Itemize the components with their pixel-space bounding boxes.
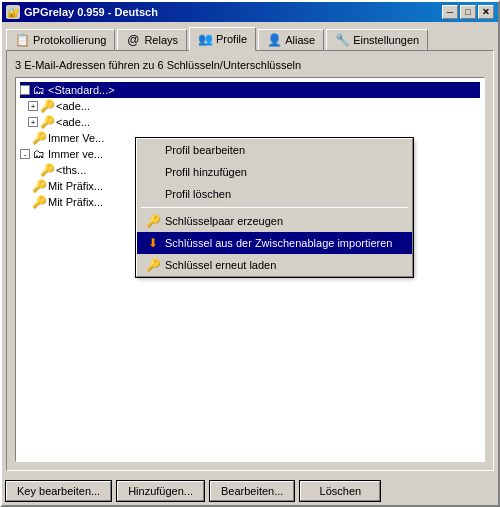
tab-protokollierung[interactable]: 📋 Protokollierung [6, 29, 115, 51]
tree-label-5: <ths... [56, 164, 86, 176]
menu-label-profil-hinzufuegen: Profil hinzufügen [165, 166, 247, 178]
menu-schluesselpaar-erzeugen[interactable]: 🔑 Schlüsselpaar erzeugen [137, 210, 412, 232]
menu-icon-5: 🔑 [145, 257, 161, 273]
menu-profil-bearbeiten[interactable]: Profil bearbeiten [137, 139, 412, 161]
tree-key-icon-6: 🔑 [32, 179, 46, 193]
tree-label-2: <ade... [56, 116, 90, 128]
tab-protokollierung-label: Protokollierung [33, 34, 106, 46]
menu-label-schluesselpaar-erzeugen: Schlüsselpaar erzeugen [165, 215, 283, 227]
bearbeiten-button[interactable]: Bearbeiten... [210, 481, 294, 501]
menu-label-schluessel-importieren: Schlüssel aus der Zwischenablage importi… [165, 237, 392, 249]
app-icon: 🔐 [6, 5, 20, 19]
menu-label-schluessel-reload: Schlüssel erneut laden [165, 259, 276, 271]
tree-row-standard[interactable]: - 🗂 <Standard...> [20, 82, 480, 98]
menu-icon-3: 🔑 [145, 213, 161, 229]
tree-key-icon-3: 🔑 [32, 131, 46, 145]
menu-label-profil-loeschen: Profil löschen [165, 188, 231, 200]
menu-icon-4: ⬇ [145, 235, 161, 251]
menu-icon-0 [145, 142, 161, 158]
tree-label-3: Immer Ve... [48, 132, 104, 144]
tab-einstellungen[interactable]: 🔧 Einstellungen [326, 29, 428, 51]
tree-label-4: Immer ve... [48, 148, 103, 160]
minimize-button[interactable]: ─ [442, 5, 458, 19]
tree-expand-2[interactable]: + [28, 117, 38, 127]
tree-label-1: <ade... [56, 100, 90, 112]
tab-bar: 📋 Protokollierung @ Relays 👥 Profile 👤 A… [2, 22, 498, 50]
menu-schluessel-importieren[interactable]: ⬇ Schlüssel aus der Zwischenablage impor… [137, 232, 412, 254]
context-menu: Profil bearbeiten Profil hinzufügen Prof… [136, 138, 413, 277]
tab-einstellungen-label: Einstellungen [353, 34, 419, 46]
tree-row-ade1[interactable]: + 🔑 <ade... [28, 98, 480, 114]
key-bearbeiten-button[interactable]: Key bearbeiten... [6, 481, 111, 501]
menu-separator-1 [141, 207, 408, 208]
tab-relays[interactable]: @ Relays [117, 29, 187, 51]
title-bar: 🔐 GPGrelay 0.959 - Deutsch ─ □ ✕ [2, 2, 498, 22]
menu-icon-1 [145, 164, 161, 180]
title-bar-content: 🔐 GPGrelay 0.959 - Deutsch [6, 5, 158, 19]
tab-relays-label: Relays [144, 34, 178, 46]
aliase-icon: 👤 [267, 33, 281, 47]
tree-expand-0[interactable]: - [20, 85, 30, 95]
menu-icon-2 [145, 186, 161, 202]
window-title: GPGrelay 0.959 - Deutsch [24, 6, 158, 18]
tree-row-ade2[interactable]: + 🔑 <ade... [28, 114, 480, 130]
tree-key-icon-5: 🔑 [40, 163, 54, 177]
maximize-button[interactable]: □ [460, 5, 476, 19]
tree-key-icon-2: 🔑 [40, 115, 54, 129]
content-area: 3 E-Mail-Adressen führen zu 6 Schlüsseln… [6, 50, 494, 471]
relays-icon: @ [126, 33, 140, 47]
menu-profil-loeschen[interactable]: Profil löschen [137, 183, 412, 205]
hinzufuegen-button[interactable]: Hinzufügen... [117, 481, 204, 501]
tree-folder-icon-0: 🗂 [32, 83, 46, 97]
main-window: 🔐 GPGrelay 0.959 - Deutsch ─ □ ✕ 📋 Proto… [0, 0, 500, 507]
tab-profile[interactable]: 👥 Profile [189, 27, 256, 51]
loeschen-button[interactable]: Löschen [300, 481, 380, 501]
content-description: 3 E-Mail-Adressen führen zu 6 Schlüsseln… [15, 59, 485, 71]
tree-view[interactable]: - 🗂 <Standard...> + 🔑 <ade... + 🔑 <ade..… [15, 77, 485, 462]
tab-profile-label: Profile [216, 33, 247, 45]
tree-label-0: <Standard...> [48, 84, 115, 96]
tree-key-icon-7: 🔑 [32, 195, 46, 209]
profile-icon: 👥 [198, 32, 212, 46]
menu-label-profil-bearbeiten: Profil bearbeiten [165, 144, 245, 156]
einstellungen-icon: 🔧 [335, 33, 349, 47]
tab-aliase-label: Aliase [285, 34, 315, 46]
tree-label-6: Mit Präfix... [48, 180, 103, 192]
window-controls: ─ □ ✕ [442, 5, 494, 19]
menu-schluessel-reload[interactable]: 🔑 Schlüssel erneut laden [137, 254, 412, 276]
tree-expand-4[interactable]: - [20, 149, 30, 159]
tab-aliase[interactable]: 👤 Aliase [258, 29, 324, 51]
bottom-bar: Key bearbeiten... Hinzufügen... Bearbeit… [2, 475, 498, 505]
tree-key-icon-1: 🔑 [40, 99, 54, 113]
menu-profil-hinzufuegen[interactable]: Profil hinzufügen [137, 161, 412, 183]
tree-expand-1[interactable]: + [28, 101, 38, 111]
protokollierung-icon: 📋 [15, 33, 29, 47]
tree-folder-icon-4: 🗂 [32, 147, 46, 161]
tree-label-7: Mit Präfix... [48, 196, 103, 208]
close-button[interactable]: ✕ [478, 5, 494, 19]
